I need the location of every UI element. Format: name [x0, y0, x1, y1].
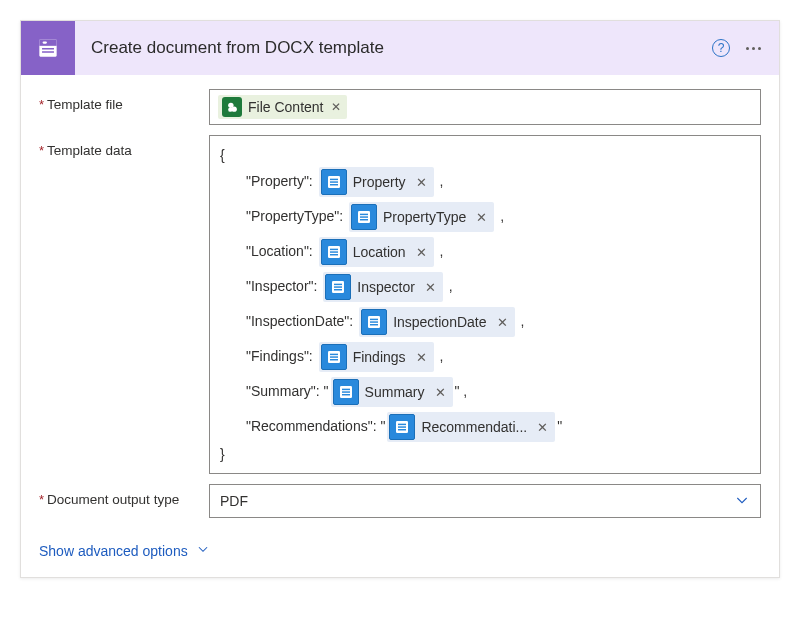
svg-rect-19 [330, 254, 338, 255]
dynamic-content-icon [361, 309, 387, 335]
json-property-line: "Recommendations": "Recommendati...✕" [246, 411, 750, 443]
dynamic-content-token[interactable]: Findings✕ [319, 342, 434, 372]
json-property-line: "InspectionDate": InspectionDate✕ , [246, 306, 750, 338]
close-icon[interactable]: ✕ [416, 175, 427, 190]
close-icon[interactable]: ✕ [416, 350, 427, 365]
svg-rect-1 [39, 39, 56, 46]
svg-rect-18 [330, 251, 338, 252]
svg-rect-25 [370, 319, 378, 320]
json-property-line: "Findings": Findings✕ , [246, 341, 750, 373]
dynamic-content-token[interactable]: InspectionDate✕ [359, 307, 514, 337]
close-icon[interactable]: ✕ [497, 315, 508, 330]
json-property-line: "PropertyType": PropertyType✕ , [246, 201, 750, 233]
dynamic-content-token[interactable]: Property✕ [319, 167, 434, 197]
close-icon[interactable]: ✕ [331, 100, 341, 114]
json-property-line: "Property": Property✕ , [246, 166, 750, 198]
svg-rect-37 [398, 424, 406, 425]
chevron-down-icon [196, 542, 210, 559]
token-file-content[interactable]: File Content ✕ [218, 95, 347, 119]
card-body: Template file File Content ✕ Template da… [21, 75, 779, 577]
dynamic-content-icon [389, 414, 415, 440]
json-property-line: "Summary": "Summary✕" , [246, 376, 750, 408]
close-icon[interactable]: ✕ [425, 280, 436, 295]
dynamic-content-token[interactable]: PropertyType✕ [349, 202, 494, 232]
svg-rect-34 [342, 391, 350, 392]
input-template-file[interactable]: File Content ✕ [209, 89, 761, 125]
svg-rect-17 [330, 249, 338, 250]
dynamic-content-icon [333, 379, 359, 405]
svg-point-7 [228, 107, 232, 111]
dynamic-content-icon [321, 169, 347, 195]
svg-rect-10 [330, 181, 338, 182]
token-label: Recommendati... [421, 419, 527, 435]
card-header: Create document from DOCX template ? [21, 21, 779, 75]
more-button[interactable] [737, 32, 769, 64]
close-icon[interactable]: ✕ [435, 385, 446, 400]
label-output-type: Document output type [39, 484, 209, 507]
token-label: PropertyType [383, 209, 466, 225]
dynamic-content-icon [321, 344, 347, 370]
select-value: PDF [220, 493, 248, 509]
json-property-line: "Inspector": Inspector✕ , [246, 271, 750, 303]
sharepoint-icon [222, 97, 242, 117]
ellipsis-icon [746, 47, 761, 50]
dynamic-content-token[interactable]: Recommendati...✕ [387, 412, 555, 442]
svg-rect-13 [360, 214, 368, 215]
svg-rect-29 [330, 354, 338, 355]
token-label: File Content [248, 99, 323, 115]
action-card: Create document from DOCX template ? Tem… [20, 20, 780, 578]
svg-rect-27 [370, 324, 378, 325]
dynamic-content-icon [325, 274, 351, 300]
row-template-data: Template data { "Property": Property✕ ,"… [39, 135, 761, 474]
json-property-line: "Location": Location✕ , [246, 236, 750, 268]
label-template-file: Template file [39, 89, 209, 112]
token-label: Location [353, 244, 406, 260]
dynamic-content-icon [351, 204, 377, 230]
help-button[interactable]: ? [705, 32, 737, 64]
dynamic-content-token[interactable]: Location✕ [319, 237, 434, 267]
svg-rect-15 [360, 219, 368, 220]
svg-rect-21 [334, 284, 342, 285]
token-label: Summary [365, 384, 425, 400]
show-advanced-options[interactable]: Show advanced options [39, 542, 210, 559]
token-label: InspectionDate [393, 314, 486, 330]
svg-rect-4 [42, 51, 54, 53]
token-label: Findings [353, 349, 406, 365]
dynamic-content-icon [321, 239, 347, 265]
svg-rect-11 [330, 184, 338, 185]
svg-rect-38 [398, 426, 406, 427]
svg-rect-9 [330, 179, 338, 180]
card-title: Create document from DOCX template [75, 38, 705, 58]
select-output-type[interactable]: PDF [209, 484, 761, 518]
close-icon[interactable]: ✕ [476, 210, 487, 225]
svg-rect-31 [330, 359, 338, 360]
connector-icon [21, 21, 75, 75]
svg-rect-23 [334, 289, 342, 290]
svg-rect-26 [370, 321, 378, 322]
advanced-label: Show advanced options [39, 543, 188, 559]
token-label: Inspector [357, 279, 415, 295]
svg-rect-14 [360, 216, 368, 217]
dynamic-content-token[interactable]: Inspector✕ [323, 272, 443, 302]
help-icon: ? [712, 39, 730, 57]
close-icon[interactable]: ✕ [537, 420, 548, 435]
svg-rect-30 [330, 356, 338, 357]
json-brace-open: { [220, 147, 750, 163]
chevron-down-icon [734, 492, 750, 511]
svg-rect-22 [334, 286, 342, 287]
label-template-data: Template data [39, 135, 209, 158]
row-output-type: Document output type PDF [39, 484, 761, 518]
svg-rect-2 [43, 42, 47, 44]
dynamic-content-token[interactable]: Summary✕ [331, 377, 453, 407]
svg-rect-39 [398, 429, 406, 430]
json-brace-close: } [220, 446, 750, 462]
input-template-data[interactable]: { "Property": Property✕ ,"PropertyType":… [209, 135, 761, 474]
token-label: Property [353, 174, 406, 190]
row-template-file: Template file File Content ✕ [39, 89, 761, 125]
svg-rect-3 [42, 48, 54, 50]
svg-rect-33 [342, 389, 350, 390]
svg-rect-35 [342, 394, 350, 395]
close-icon[interactable]: ✕ [416, 245, 427, 260]
